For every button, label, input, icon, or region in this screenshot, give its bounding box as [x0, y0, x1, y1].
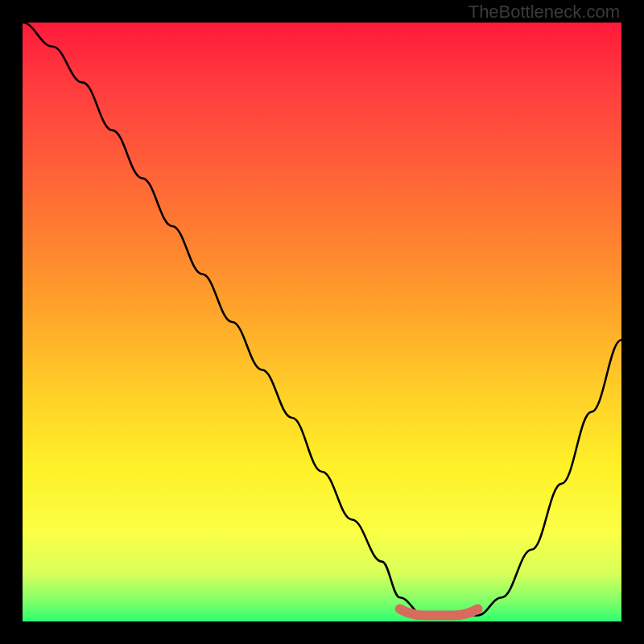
watermark-label: TheBottleneck.com	[469, 2, 620, 23]
optimal-range-marker	[400, 609, 478, 616]
chart-gradient-frame	[23, 23, 621, 621]
chart-svg	[23, 23, 621, 621]
bottleneck-curve	[23, 23, 621, 616]
